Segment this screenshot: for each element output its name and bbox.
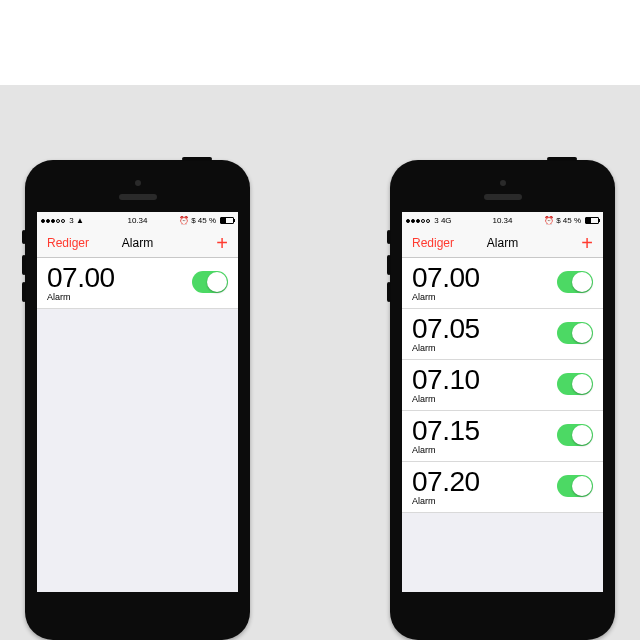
alarm-time: 07.00 [412, 262, 480, 294]
add-button[interactable]: + [581, 233, 593, 253]
status-bar: 3 4G 10.34 ⏰ $ 45 % [402, 212, 603, 228]
camera-dot [135, 180, 141, 186]
volume-down [22, 282, 26, 302]
add-button[interactable]: + [216, 233, 228, 253]
nav-bar: Rediger Alarm + [37, 228, 238, 258]
status-right: ⏰ $ 45 % [179, 216, 234, 225]
power-button [547, 157, 577, 161]
volume-down [387, 282, 391, 302]
nav-bar: Rediger Alarm + [402, 228, 603, 258]
status-left: 3 ▲ [41, 216, 84, 225]
alarm-toggle[interactable] [557, 475, 593, 497]
alarm-time: 07.05 [412, 313, 480, 345]
alarm-icon: ⏰ [544, 216, 554, 225]
speaker-slot [119, 194, 157, 200]
alarm-toggle[interactable] [557, 271, 593, 293]
bluetooth-icon: $ [556, 216, 560, 225]
stage: 3 ▲ 10.34 ⏰ $ 45 % Rediger Alarm + [0, 85, 640, 640]
edit-button[interactable]: Rediger [47, 236, 89, 250]
speaker-slot [484, 194, 522, 200]
alarm-list: 07.00 Alarm 07.05 Alarm 07.10 Alarm [402, 258, 603, 513]
status-right: ⏰ $ 45 % [544, 216, 599, 225]
alarm-time: 07.00 [47, 262, 115, 294]
page-title: Alarm [122, 236, 153, 250]
bluetooth-icon: $ [191, 216, 195, 225]
power-button [182, 157, 212, 161]
status-bar: 3 ▲ 10.34 ⏰ $ 45 % [37, 212, 238, 228]
status-time: 10.34 [127, 216, 147, 225]
page-title: Alarm [487, 236, 518, 250]
alarm-toggle[interactable] [557, 322, 593, 344]
phone-right: 3 4G 10.34 ⏰ $ 45 % Rediger Alarm + [390, 160, 615, 640]
screen: 3 ▲ 10.34 ⏰ $ 45 % Rediger Alarm + [37, 212, 238, 592]
mute-switch [387, 230, 391, 244]
alarm-row[interactable]: 07.05 Alarm [402, 309, 603, 360]
screen: 3 4G 10.34 ⏰ $ 45 % Rediger Alarm + [402, 212, 603, 592]
alarm-row[interactable]: 07.00 Alarm [402, 258, 603, 309]
volume-up [22, 255, 26, 275]
alarm-time: 07.10 [412, 364, 480, 396]
alarm-time: 07.15 [412, 415, 480, 447]
phone-left: 3 ▲ 10.34 ⏰ $ 45 % Rediger Alarm + [25, 160, 250, 640]
alarm-row[interactable]: 07.10 Alarm [402, 360, 603, 411]
alarm-row[interactable]: 07.20 Alarm [402, 462, 603, 513]
network-label: 4G [441, 216, 452, 225]
alarm-toggle[interactable] [192, 271, 228, 293]
mute-switch [22, 230, 26, 244]
alarm-row[interactable]: 07.00 Alarm [37, 258, 238, 309]
alarm-toggle[interactable] [557, 373, 593, 395]
volume-up [387, 255, 391, 275]
wifi-icon: ▲ [76, 216, 84, 225]
camera-dot [500, 180, 506, 186]
edit-button[interactable]: Rediger [412, 236, 454, 250]
alarm-list: 07.00 Alarm [37, 258, 238, 309]
alarm-icon: ⏰ [179, 216, 189, 225]
alarm-time: 07.20 [412, 466, 480, 498]
status-left: 3 4G [406, 216, 452, 225]
status-time: 10.34 [492, 216, 512, 225]
alarm-toggle[interactable] [557, 424, 593, 446]
alarm-row[interactable]: 07.15 Alarm [402, 411, 603, 462]
